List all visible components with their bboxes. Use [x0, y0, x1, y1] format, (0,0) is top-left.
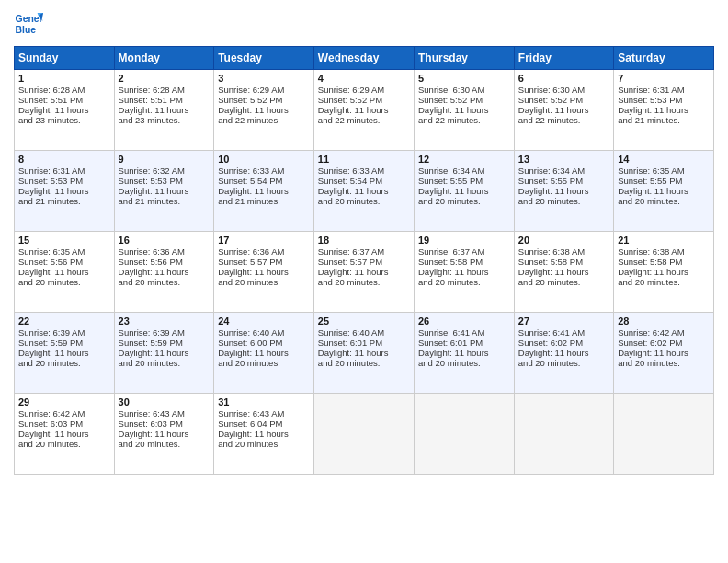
sunset-info: Sunset: 5:58 PM: [518, 257, 609, 267]
sunrise-info: Sunrise: 6:30 AM: [418, 85, 510, 95]
sunrise-info: Sunrise: 6:40 AM: [218, 327, 310, 338]
daylight-hours: Daylight: 11 hours: [119, 105, 210, 115]
sunrise-info: Sunrise: 6:36 AM: [218, 247, 310, 257]
calendar-week-2: 8Sunrise: 6:31 AMSunset: 5:53 PMDaylight…: [15, 151, 714, 232]
daylight-minutes: and 20 minutes.: [418, 196, 510, 206]
day-number: 5: [418, 73, 510, 84]
weekday-header-monday: Monday: [114, 47, 214, 70]
daylight-minutes: and 20 minutes.: [218, 439, 310, 449]
calendar-cell: 12Sunrise: 6:34 AMSunset: 5:55 PMDayligh…: [414, 151, 514, 232]
calendar-cell: 3Sunrise: 6:29 AMSunset: 5:52 PMDaylight…: [214, 70, 314, 151]
daylight-hours: Daylight: 11 hours: [218, 429, 310, 439]
day-number: 14: [618, 154, 710, 165]
daylight-hours: Daylight: 11 hours: [518, 186, 609, 196]
weekday-header-friday: Friday: [514, 47, 613, 70]
sunrise-info: Sunrise: 6:28 AM: [119, 85, 210, 95]
sunset-info: Sunset: 5:56 PM: [18, 257, 110, 267]
calendar-cell: [313, 394, 414, 475]
sunrise-info: Sunrise: 6:30 AM: [518, 85, 609, 95]
daylight-minutes: and 20 minutes.: [18, 358, 110, 368]
sunset-info: Sunset: 5:52 PM: [218, 95, 310, 105]
sunset-info: Sunset: 6:01 PM: [318, 338, 410, 348]
sunrise-info: Sunrise: 6:43 AM: [218, 408, 310, 419]
calendar-cell: 2Sunrise: 6:28 AMSunset: 5:51 PMDaylight…: [114, 70, 214, 151]
calendar-cell: 15Sunrise: 6:35 AMSunset: 5:56 PMDayligh…: [15, 232, 115, 313]
day-number: 9: [119, 154, 210, 165]
logo: General Blue: [14, 9, 43, 39]
calendar-week-3: 15Sunrise: 6:35 AMSunset: 5:56 PMDayligh…: [15, 232, 714, 313]
sunrise-info: Sunrise: 6:34 AM: [418, 166, 510, 176]
day-number: 23: [119, 316, 210, 327]
calendar-cell: 9Sunrise: 6:32 AMSunset: 5:53 PMDaylight…: [114, 151, 214, 232]
calendar-cell: 21Sunrise: 6:38 AMSunset: 5:58 PMDayligh…: [614, 232, 714, 313]
daylight-hours: Daylight: 11 hours: [218, 105, 310, 115]
day-number: 15: [18, 235, 110, 246]
daylight-hours: Daylight: 11 hours: [18, 186, 110, 196]
day-number: 27: [518, 316, 609, 327]
weekday-header-tuesday: Tuesday: [214, 47, 314, 70]
calendar-cell: 1Sunrise: 6:28 AMSunset: 5:51 PMDaylight…: [15, 70, 115, 151]
day-number: 8: [18, 154, 110, 165]
daylight-hours: Daylight: 11 hours: [18, 429, 110, 439]
calendar-cell: 14Sunrise: 6:35 AMSunset: 5:55 PMDayligh…: [614, 151, 714, 232]
sunset-info: Sunset: 5:54 PM: [318, 176, 410, 186]
sunset-info: Sunset: 5:51 PM: [119, 95, 210, 105]
daylight-minutes: and 20 minutes.: [618, 358, 710, 368]
day-number: 19: [418, 235, 510, 246]
daylight-minutes: and 23 minutes.: [119, 115, 210, 125]
weekday-header-row: SundayMondayTuesdayWednesdayThursdayFrid…: [15, 47, 714, 70]
sunrise-info: Sunrise: 6:42 AM: [618, 327, 710, 338]
day-number: 10: [218, 154, 310, 165]
sunset-info: Sunset: 6:00 PM: [218, 338, 310, 348]
sunset-info: Sunset: 5:52 PM: [518, 95, 609, 105]
day-number: 17: [218, 235, 310, 246]
sunrise-info: Sunrise: 6:32 AM: [119, 166, 210, 176]
day-number: 26: [418, 316, 510, 327]
sunset-info: Sunset: 5:53 PM: [119, 176, 210, 186]
sunset-info: Sunset: 5:51 PM: [18, 95, 110, 105]
calendar-cell: 4Sunrise: 6:29 AMSunset: 5:52 PMDaylight…: [313, 70, 414, 151]
sunset-info: Sunset: 6:03 PM: [18, 419, 110, 429]
daylight-minutes: and 20 minutes.: [218, 358, 310, 368]
weekday-header-thursday: Thursday: [414, 47, 514, 70]
daylight-hours: Daylight: 11 hours: [618, 348, 710, 358]
calendar-cell: 19Sunrise: 6:37 AMSunset: 5:58 PMDayligh…: [414, 232, 514, 313]
daylight-hours: Daylight: 11 hours: [318, 186, 410, 196]
daylight-minutes: and 22 minutes.: [318, 115, 410, 125]
day-number: 29: [18, 396, 110, 408]
day-number: 11: [318, 154, 410, 165]
sunset-info: Sunset: 6:04 PM: [218, 419, 310, 429]
sunrise-info: Sunrise: 6:31 AM: [18, 166, 110, 176]
daylight-minutes: and 23 minutes.: [18, 115, 110, 125]
daylight-minutes: and 20 minutes.: [318, 277, 410, 287]
sunset-info: Sunset: 5:58 PM: [418, 257, 510, 267]
sunrise-info: Sunrise: 6:37 AM: [418, 247, 510, 257]
calendar-cell: 30Sunrise: 6:43 AMSunset: 6:03 PMDayligh…: [114, 394, 214, 475]
sunrise-info: Sunrise: 6:28 AM: [18, 85, 110, 95]
sunrise-info: Sunrise: 6:38 AM: [618, 247, 710, 257]
day-number: 3: [218, 73, 310, 84]
sunset-info: Sunset: 5:53 PM: [618, 95, 710, 105]
daylight-minutes: and 20 minutes.: [18, 439, 110, 449]
sunrise-info: Sunrise: 6:39 AM: [18, 327, 110, 338]
daylight-minutes: and 20 minutes.: [119, 277, 210, 287]
daylight-minutes: and 20 minutes.: [18, 277, 110, 287]
day-number: 24: [218, 316, 310, 327]
daylight-hours: Daylight: 11 hours: [18, 348, 110, 358]
daylight-minutes: and 21 minutes.: [618, 115, 710, 125]
daylight-hours: Daylight: 11 hours: [518, 105, 609, 115]
daylight-minutes: and 20 minutes.: [618, 277, 710, 287]
sunrise-info: Sunrise: 6:33 AM: [218, 166, 310, 176]
day-number: 2: [119, 73, 210, 84]
svg-text:Blue: Blue: [16, 25, 37, 35]
daylight-hours: Daylight: 11 hours: [119, 186, 210, 196]
calendar-cell: 29Sunrise: 6:42 AMSunset: 6:03 PMDayligh…: [15, 394, 115, 475]
sunrise-info: Sunrise: 6:40 AM: [318, 327, 410, 338]
sunrise-info: Sunrise: 6:35 AM: [618, 166, 710, 176]
day-number: 7: [618, 73, 710, 84]
sunrise-info: Sunrise: 6:31 AM: [618, 85, 710, 95]
sunrise-info: Sunrise: 6:34 AM: [518, 166, 609, 176]
calendar-table: SundayMondayTuesdayWednesdayThursdayFrid…: [14, 46, 714, 475]
daylight-hours: Daylight: 11 hours: [18, 105, 110, 115]
daylight-minutes: and 20 minutes.: [119, 439, 210, 449]
